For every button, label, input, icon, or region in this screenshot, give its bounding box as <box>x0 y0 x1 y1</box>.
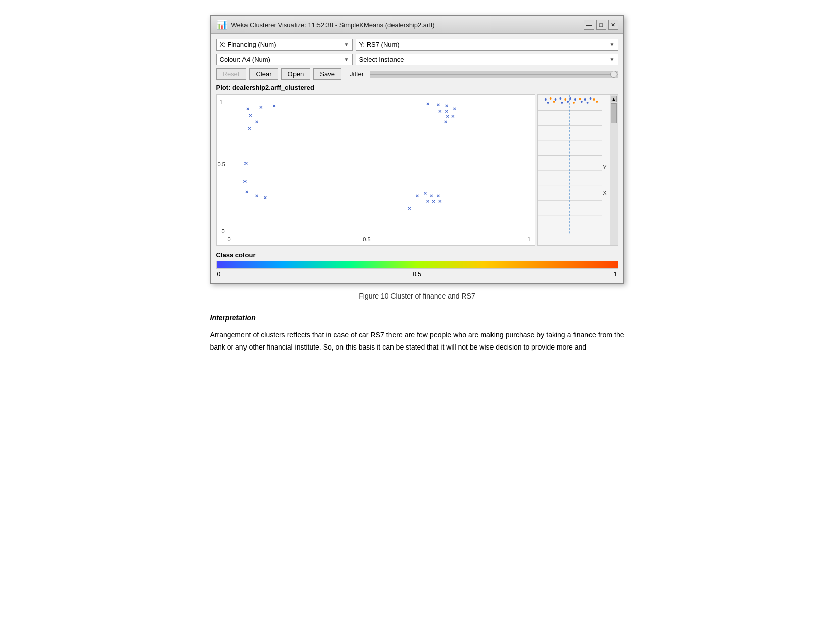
svg-text:×: × <box>246 106 249 112</box>
colour-max-label: 1 <box>614 271 617 278</box>
svg-point-39 <box>554 98 556 101</box>
svg-point-42 <box>569 97 571 100</box>
svg-text:×: × <box>432 198 435 204</box>
interpretation-section: Interpretation Arrangement of clusters r… <box>210 312 624 354</box>
app-icon: 📊 <box>216 19 227 30</box>
svg-text:×: × <box>438 198 441 204</box>
svg-text:×: × <box>423 190 427 196</box>
open-button[interactable]: Open <box>281 68 311 80</box>
plot-area-container: 1 0.5 0 0 0.5 1 × × × × × <box>216 94 618 246</box>
svg-text:×: × <box>438 108 441 114</box>
svg-text:X: X <box>603 190 606 196</box>
mini-plot-scrollbar[interactable]: ▲ <box>610 95 618 245</box>
svg-point-38 <box>549 97 551 100</box>
svg-point-50 <box>561 102 563 104</box>
maximize-button[interactable]: □ <box>596 20 606 30</box>
svg-point-49 <box>553 101 555 103</box>
y-axis-dropdown[interactable]: Y: RS7 (Num) ▼ <box>356 39 618 51</box>
svg-text:×: × <box>255 119 258 125</box>
svg-point-45 <box>584 98 586 101</box>
svg-text:×: × <box>444 119 447 125</box>
svg-text:Y: Y <box>603 164 606 170</box>
interpretation-heading: Interpretation <box>210 312 624 323</box>
window-content: X: Financing (Num) ▼ Y: RS7 (Num) ▼ Colo… <box>211 34 623 283</box>
colour-mid-label: 0.5 <box>413 271 421 278</box>
colour-axis: 0 0.5 1 <box>216 271 618 278</box>
jitter-label: Jitter <box>350 70 364 78</box>
x-axis-label: X: Financing (Num) <box>220 41 276 48</box>
y-axis-arrow: ▼ <box>610 42 615 47</box>
svg-point-44 <box>579 98 581 100</box>
svg-point-52 <box>573 102 575 104</box>
colour-min-label: 0 <box>217 271 221 278</box>
svg-text:×: × <box>453 106 456 112</box>
svg-point-54 <box>586 102 588 104</box>
class-colour-label: Class colour <box>216 251 618 259</box>
svg-text:×: × <box>426 101 429 107</box>
clear-button[interactable]: Clear <box>249 68 278 80</box>
main-scatter-plot: 1 0.5 0 0 0.5 1 × × × × × <box>216 94 535 246</box>
svg-text:×: × <box>249 112 252 118</box>
x-axis-dropdown[interactable]: X: Financing (Num) ▼ <box>216 39 353 51</box>
svg-text:×: × <box>436 102 440 108</box>
weka-window: 📊 Weka Clusterer Visualize: 11:52:38 - S… <box>210 15 624 284</box>
svg-text:×: × <box>451 113 455 119</box>
svg-point-53 <box>580 101 582 103</box>
x-axis-arrow: ▼ <box>344 42 349 47</box>
mini-plot-inner: Y X <box>538 95 610 245</box>
colour-arrow: ▼ <box>344 57 349 62</box>
figure-caption: Figure 10 Cluster of finance and RS7 <box>359 292 475 300</box>
colour-dropdown[interactable]: Colour: A4 (Num) ▼ <box>216 54 353 65</box>
svg-point-40 <box>559 97 561 100</box>
svg-point-55 <box>596 101 598 103</box>
svg-point-47 <box>593 98 595 101</box>
scatter-svg: × × × × × × × × × × × × × <box>217 95 535 245</box>
close-button[interactable]: ✕ <box>608 20 618 30</box>
axis-controls-row: X: Financing (Num) ▼ Y: RS7 (Num) ▼ <box>216 39 618 51</box>
mini-svg: Y X <box>538 95 610 245</box>
svg-text:×: × <box>272 103 276 109</box>
plot-title: Plot: dealership2.arff_clustered <box>216 84 618 91</box>
instance-dropdown[interactable]: Select Instance ▼ <box>356 54 618 65</box>
y-axis-label: Y: RS7 (Num) <box>359 41 400 48</box>
mini-plot: Y X ▲ <box>537 94 618 246</box>
reset-button[interactable]: Reset <box>216 68 247 80</box>
button-row: Reset Clear Open Save Jitter <box>216 68 618 80</box>
instance-arrow: ▼ <box>610 57 615 62</box>
colour-label: Colour: A4 (Num) <box>220 56 270 63</box>
class-colour-section: Class colour 0 0.5 1 <box>216 251 618 278</box>
svg-text:×: × <box>244 160 248 166</box>
window-title: Weka Clusterer Visualize: 11:52:38 - Sim… <box>231 21 435 29</box>
svg-text:×: × <box>255 193 258 199</box>
title-bar-left: 📊 Weka Clusterer Visualize: 11:52:38 - S… <box>216 19 435 30</box>
instance-label: Select Instance <box>359 56 404 63</box>
colour-gradient-bar <box>216 261 618 269</box>
svg-point-48 <box>547 102 549 104</box>
svg-text:×: × <box>263 194 267 201</box>
svg-text:×: × <box>247 125 251 131</box>
svg-text:×: × <box>259 104 263 110</box>
svg-point-37 <box>544 98 546 101</box>
svg-text:×: × <box>408 205 411 211</box>
title-bar-controls: — □ ✕ <box>584 20 618 30</box>
jitter-slider[interactable] <box>370 71 618 78</box>
svg-point-43 <box>574 98 576 101</box>
svg-text:×: × <box>243 178 247 184</box>
svg-text:×: × <box>415 193 419 199</box>
interpretation-paragraph: Arrangement of clusters reflects that in… <box>210 329 624 354</box>
save-button[interactable]: Save <box>313 68 341 80</box>
svg-point-46 <box>589 97 591 100</box>
minimize-button[interactable]: — <box>584 20 594 30</box>
svg-point-51 <box>567 101 569 103</box>
svg-point-41 <box>564 98 566 101</box>
page-container: 📊 Weka Clusterer Visualize: 11:52:38 - S… <box>15 15 819 354</box>
title-bar: 📊 Weka Clusterer Visualize: 11:52:38 - S… <box>211 16 623 34</box>
colour-instance-row: Colour: A4 (Num) ▼ Select Instance ▼ <box>216 54 618 65</box>
svg-text:×: × <box>244 189 248 195</box>
svg-text:×: × <box>426 198 429 204</box>
